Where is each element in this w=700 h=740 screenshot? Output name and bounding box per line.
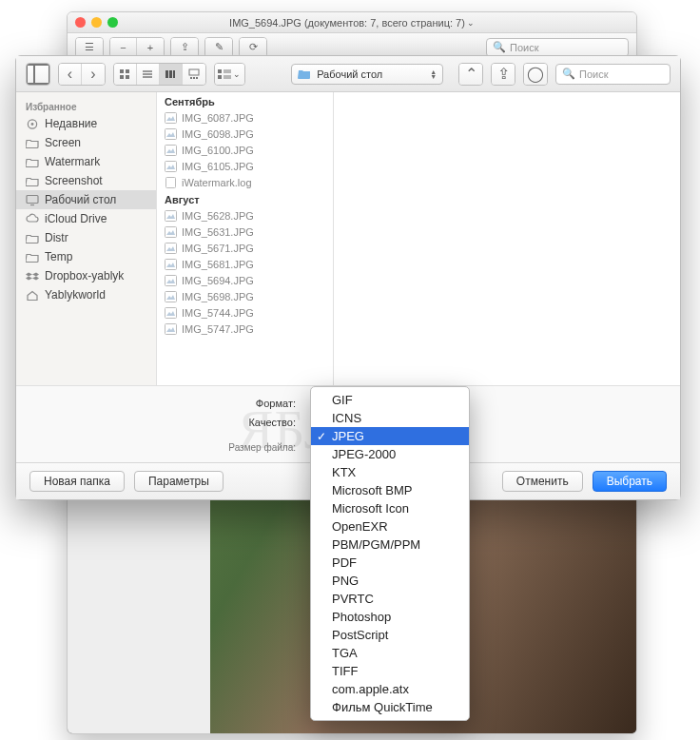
dropdown-item-gif[interactable]: GIF — [311, 391, 469, 409]
view-mode-segment[interactable] — [113, 63, 206, 86]
zoom-in-icon[interactable]: + — [137, 38, 164, 57]
sidebar-item-label: Рабочий стол — [45, 193, 116, 206]
dropdown-item-openexr[interactable]: OpenEXR — [311, 517, 469, 536]
file-group-header: Август — [157, 190, 333, 207]
file-item[interactable]: IMG_5698.JPG — [157, 288, 333, 304]
close-icon[interactable] — [75, 17, 86, 28]
preview-search[interactable]: 🔍 Поиск — [486, 38, 629, 57]
cancel-button[interactable]: Отменить — [502, 471, 583, 492]
zoom-out-icon[interactable]: − — [110, 38, 137, 57]
markup-icon[interactable]: ✎ — [205, 38, 232, 57]
sidebar-item-dropbox-yablyk[interactable]: Dropbox-yablyk — [16, 266, 156, 285]
dropdown-item-ktx[interactable]: KTX — [311, 463, 469, 481]
file-item[interactable]: IMG_5631.JPG — [157, 224, 333, 240]
minimize-icon[interactable] — [91, 17, 102, 28]
dropdown-item-postscript[interactable]: PostScript — [311, 626, 469, 644]
forward-button[interactable]: › — [82, 64, 105, 85]
choose-button[interactable]: Выбрать — [593, 471, 667, 492]
group-button[interactable]: ⌄ — [215, 64, 244, 85]
zoom-icon[interactable] — [107, 17, 118, 28]
finder-sidebar[interactable]: Избранное НедавниеScreenWatermarkScreens… — [16, 92, 157, 385]
tags-segment[interactable]: ◯ — [523, 63, 548, 86]
sidebar-item-label: Watermark — [45, 155, 100, 168]
sidebar-item-screen[interactable]: Screen — [16, 133, 156, 152]
svg-rect-9 — [165, 70, 168, 78]
list-view-button[interactable] — [137, 64, 160, 85]
file-item[interactable]: iWatermark.log — [157, 174, 333, 190]
file-item[interactable]: IMG_5694.JPG — [157, 272, 333, 288]
dropdown-item-microsoft-bmp[interactable]: Microsoft BMP — [311, 481, 469, 499]
file-name: IMG_5671.JPG — [182, 243, 254, 254]
share-icon[interactable]: ⇪ — [171, 38, 198, 57]
location-popup[interactable]: Рабочий стол ▲▼ — [291, 64, 443, 85]
collapse-button[interactable]: ⌃ — [458, 63, 483, 86]
dropdown-item--quicktime[interactable]: Фильм QuickTime — [311, 698, 469, 716]
chevron-up-icon[interactable]: ⌃ — [459, 64, 482, 85]
sidebar-item-distr[interactable]: Distr — [16, 228, 156, 247]
dropdown-item-tga[interactable]: TGA — [311, 644, 469, 662]
sidebar-item-watermark[interactable]: Watermark — [16, 152, 156, 171]
file-item[interactable]: IMG_5628.JPG — [157, 207, 333, 224]
sidebar-item-temp[interactable]: Temp — [16, 247, 156, 266]
folder-icon — [298, 68, 311, 79]
file-item[interactable]: IMG_6087.JPG — [157, 109, 333, 126]
dropdown-item-jpeg-2000[interactable]: JPEG-2000 — [311, 445, 469, 463]
parameters-button[interactable]: Параметры — [134, 471, 224, 492]
rotate-icon[interactable]: ⟳ — [240, 38, 266, 57]
dropdown-item-pvrtc[interactable]: PVRTC — [311, 590, 469, 608]
dropdown-item-microsoft-icon[interactable]: Microsoft Icon — [311, 499, 469, 517]
folder-icon — [26, 251, 39, 263]
file-item[interactable]: IMG_5671.JPG — [157, 240, 333, 256]
gear-icon — [26, 118, 39, 130]
back-button[interactable]: ‹ — [59, 64, 82, 85]
share-action-segment[interactable]: ⇪ — [491, 63, 515, 86]
dropdown-item-pdf[interactable]: PDF — [311, 554, 469, 572]
folder-icon — [26, 156, 39, 168]
tags-button[interactable]: ◯ — [524, 64, 547, 85]
cloud-icon — [26, 213, 39, 225]
new-folder-button[interactable]: Новая папка — [29, 471, 125, 492]
dropdown-item-icns[interactable]: ICNS — [311, 409, 469, 427]
sidebar-toggle-segment[interactable] — [26, 63, 50, 86]
file-item[interactable]: IMG_5747.JPG — [157, 321, 333, 337]
traffic-lights[interactable] — [75, 17, 118, 28]
svg-rect-30 — [166, 177, 176, 187]
file-icon — [165, 243, 177, 254]
sidebar-item-рабочий-стол[interactable]: Рабочий стол — [16, 190, 156, 209]
file-item[interactable]: IMG_6100.JPG — [157, 142, 333, 158]
dropdown-item-png[interactable]: PNG — [311, 572, 469, 590]
file-item[interactable]: IMG_6105.JPG — [157, 158, 333, 174]
sidebar-item-icloud-drive[interactable]: iCloud Drive — [16, 209, 156, 228]
dropdown-item-tiff[interactable]: TIFF — [311, 662, 469, 680]
dropdown-item-com-apple-atx[interactable]: com.apple.atx — [311, 680, 469, 698]
svg-rect-5 — [126, 75, 129, 79]
column-view-button[interactable] — [160, 64, 183, 85]
file-column[interactable]: СентябрьIMG_6087.JPGIMG_6098.JPGIMG_6100… — [157, 92, 334, 385]
grid-icon — [119, 68, 130, 80]
svg-rect-2 — [120, 69, 124, 73]
folder-icon — [26, 175, 39, 187]
file-item[interactable]: IMG_5744.JPG — [157, 304, 333, 321]
sidebar-item-недавние[interactable]: Недавние — [16, 114, 156, 133]
dropdown-item-jpeg[interactable]: JPEG — [311, 427, 469, 445]
file-name: IMG_5628.JPG — [182, 210, 254, 222]
file-name: IMG_6100.JPG — [182, 145, 254, 156]
group-segment[interactable]: ⌄ — [214, 63, 245, 86]
desktop-icon — [26, 194, 39, 206]
dropdown-item-photoshop[interactable]: Photoshop — [311, 608, 469, 626]
sidebar-toggle-button[interactable] — [27, 64, 49, 85]
share-action-button[interactable]: ⇪ — [492, 64, 515, 85]
format-dropdown[interactable]: GIFICNSJPEGJPEG-2000KTXMicrosoft BMPMicr… — [310, 386, 470, 721]
nav-segment[interactable]: ‹ › — [58, 63, 106, 86]
sidebar-item-label: Temp — [45, 250, 72, 263]
sidebar-item-screenshot[interactable]: Screenshot — [16, 171, 156, 190]
gallery-view-button[interactable] — [183, 64, 205, 85]
finder-search[interactable]: 🔍 Поиск — [555, 64, 671, 85]
dropdown-item-pbm-pgm-ppm[interactable]: PBM/PGM/PPM — [311, 536, 469, 554]
sidebar-item-yablykworld[interactable]: Yablykworld — [16, 285, 156, 304]
icon-view-button[interactable] — [114, 64, 137, 85]
chevron-down-icon[interactable]: ⌄ — [467, 18, 475, 28]
file-item[interactable]: IMG_6098.JPG — [157, 126, 333, 142]
sidebar-toggle-icon[interactable]: ☰ — [76, 38, 103, 57]
file-item[interactable]: IMG_5681.JPG — [157, 256, 333, 272]
